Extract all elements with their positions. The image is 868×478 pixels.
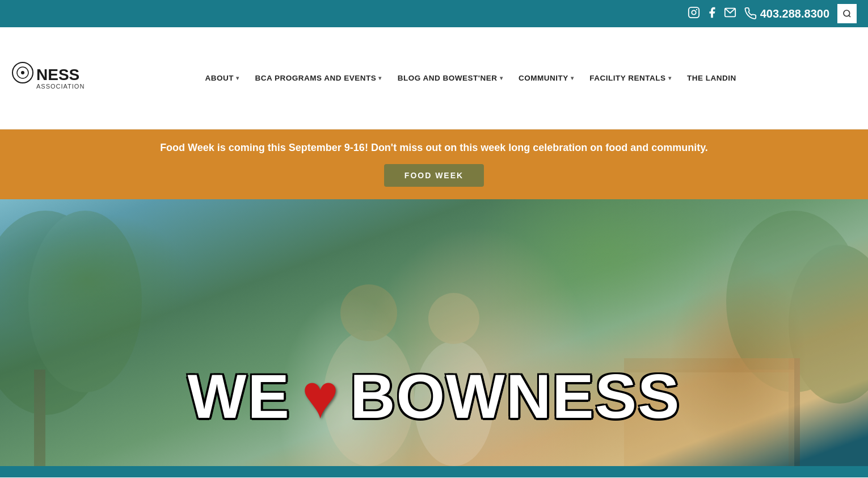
nav-programs[interactable]: BCA PROGRAMS AND EVENTS ▾ <box>247 69 390 87</box>
svg-rect-11 <box>34 370 45 466</box>
nav-blog[interactable]: BLOG AND BOWEST'NER ▾ <box>390 69 511 87</box>
hero-section: WE ♥ BOWNESS <box>0 199 868 466</box>
phone-number[interactable]: 403.288.8300 <box>744 7 829 20</box>
chevron-down-icon: ▾ <box>668 75 672 81</box>
facebook-icon[interactable] <box>706 6 718 22</box>
main-nav: ABOUT ▾ BCA PROGRAMS AND EVENTS ▾ BLOG A… <box>85 69 857 87</box>
svg-point-4 <box>844 10 850 16</box>
social-icons <box>688 6 736 22</box>
hero-tagline: WE ♥ BOWNESS <box>188 360 681 432</box>
food-week-button[interactable]: FOOD WEEK <box>384 164 484 187</box>
svg-point-10 <box>28 211 142 392</box>
svg-point-2 <box>696 9 697 10</box>
chevron-down-icon: ▾ <box>236 75 239 81</box>
hero-heart-icon: ♥ <box>302 365 339 427</box>
hero-background: WE ♥ BOWNESS <box>0 199 868 466</box>
chevron-down-icon: ▾ <box>571 75 574 81</box>
svg-point-18 <box>428 293 479 344</box>
top-bar: 403.288.8300 <box>0 0 868 27</box>
nav-about[interactable]: ABOUT ▾ <box>197 69 247 87</box>
search-button[interactable] <box>837 4 857 23</box>
nav-facility[interactable]: FACILITY RENTALS ▾ <box>582 69 679 87</box>
hero-we: WE <box>188 360 290 432</box>
chevron-down-icon: ▾ <box>378 75 382 81</box>
mail-icon[interactable] <box>724 6 736 22</box>
logo-sub: ASSOCIATION <box>36 83 85 90</box>
nav-community[interactable]: COMMUNITY ▾ <box>511 69 582 87</box>
nav-landing[interactable]: THE LANDIN <box>679 69 744 87</box>
svg-point-16 <box>340 284 397 341</box>
svg-point-1 <box>692 10 696 14</box>
hero-bowness: BOWNESS <box>350 360 680 432</box>
svg-rect-0 <box>688 7 698 17</box>
chevron-down-icon: ▾ <box>500 75 503 81</box>
banner-text: Food Week is coming this September 9-16!… <box>23 142 845 154</box>
svg-point-8 <box>21 71 24 74</box>
logo-name: NESS <box>36 67 85 83</box>
bottom-teal-bar <box>0 466 868 477</box>
svg-line-5 <box>849 15 850 17</box>
logo[interactable]: NESS ASSOCIATION <box>11 27 85 129</box>
instagram-icon[interactable] <box>688 6 700 22</box>
nav-bar: NESS ASSOCIATION ABOUT ▾ BCA PROGRAMS AN… <box>0 27 868 129</box>
announcement-banner: Food Week is coming this September 9-16!… <box>0 129 868 199</box>
